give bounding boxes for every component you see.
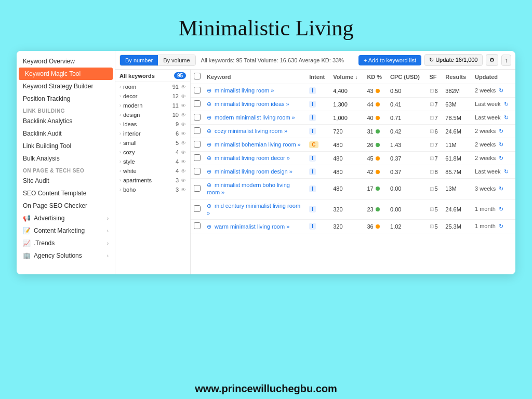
- export-icon-button[interactable]: ↑: [501, 55, 512, 66]
- add-keyword-button[interactable]: + Add to keyword list: [358, 55, 421, 65]
- keyword-cell[interactable]: ⊕ minimalist living room design »: [204, 165, 306, 179]
- sidebar-item-on-page-seo-checker[interactable]: On Page SEO Checker: [17, 200, 115, 212]
- keyword-cell[interactable]: ⊕ mid century minimalist living room »: [204, 199, 306, 220]
- col-results[interactable]: Results: [442, 70, 472, 84]
- kd-dot: [376, 143, 380, 147]
- arrow-icon: ›: [119, 140, 121, 145]
- sf-icon: ⊡: [430, 142, 434, 148]
- update-button[interactable]: ↻ Update 16/1,000: [424, 54, 482, 66]
- plus-icon: ⊕: [207, 168, 211, 175]
- keyword-cell[interactable]: ⊕ cozy minimalist living room »: [204, 125, 306, 138]
- refresh-icon: ↻: [504, 114, 509, 121]
- sidebar-item-bulk-analysis[interactable]: Bulk Analysis: [17, 152, 115, 165]
- volume-cell: 480: [330, 165, 364, 179]
- keyword-filter-design[interactable]: › design 10 👁: [115, 110, 190, 119]
- keyword-filter-ideas[interactable]: › ideas 9 👁: [115, 119, 190, 129]
- by-number-button[interactable]: By number: [120, 55, 158, 65]
- keyword-cell[interactable]: ⊕ minimalist living room »: [204, 84, 306, 98]
- sidebar-item-link-building-tool[interactable]: Link Building Tool: [17, 140, 115, 152]
- row-checkbox[interactable]: [194, 168, 201, 175]
- cpc-cell: 0.41: [387, 98, 426, 111]
- keyword-cell[interactable]: ⊕ modern minimalist living room »: [204, 111, 306, 125]
- keyword-filter-boho[interactable]: › boho 3 👁: [115, 185, 190, 194]
- view-toggle: By number By volume: [119, 55, 196, 66]
- row-checkbox[interactable]: [194, 100, 201, 107]
- arrow-icon: ›: [119, 178, 121, 183]
- keyword-filter-decor[interactable]: › decor 12 👁: [115, 91, 190, 101]
- results-cell: 11M: [442, 138, 472, 152]
- row-checkbox-cell: [191, 125, 204, 138]
- sidebar-item-agency-solutions[interactable]: 🏢 Agency Solutions ›: [17, 249, 115, 262]
- row-checkbox[interactable]: [194, 154, 201, 161]
- cpc-cell: 0.50: [387, 84, 426, 98]
- by-volume-button[interactable]: By volume: [158, 55, 195, 65]
- col-keyword[interactable]: Keyword: [204, 70, 306, 84]
- keyword-cell[interactable]: ⊕ minimalist living room decor »: [204, 152, 306, 165]
- volume-cell: 320: [330, 199, 364, 220]
- sidebar-item-backlink-analytics[interactable]: Backlink Analytics: [17, 115, 115, 127]
- sidebar-item-seo-content-template[interactable]: SEO Content Template: [17, 187, 115, 200]
- kd-cell: 43: [364, 84, 387, 98]
- settings-icon-button[interactable]: ⚙: [486, 54, 498, 66]
- footer: www.princewilluchegbu.com: [195, 375, 337, 399]
- row-checkbox[interactable]: [194, 141, 201, 148]
- row-checkbox[interactable]: [194, 114, 201, 121]
- table-row: ⊕ minimalist living room design » I 480 …: [191, 165, 515, 179]
- results-cell: 63M: [442, 98, 472, 111]
- volume-cell: 320: [330, 220, 364, 233]
- sidebar-item-keyword-strategy-builder[interactable]: Keyword Strategy Builder: [17, 80, 115, 92]
- row-checkbox[interactable]: [194, 127, 201, 134]
- keyword-cell[interactable]: ⊕ minimalist modern boho living room »: [204, 179, 306, 200]
- sidebar-item-site-audit[interactable]: Site Audit: [17, 175, 115, 187]
- sidebar-item-advertising[interactable]: 📢 Advertising ›: [17, 212, 115, 224]
- sidebar-item-position-tracking[interactable]: Position Tracking: [17, 92, 115, 105]
- keyword-filter-small[interactable]: › small 5 👁: [115, 138, 190, 148]
- col-cpc[interactable]: CPC (USD): [387, 70, 426, 84]
- results-cell: 78.5M: [442, 111, 472, 125]
- col-intent[interactable]: Intent: [306, 70, 330, 84]
- volume-cell: 480: [330, 152, 364, 165]
- kd-cell: 42: [364, 165, 387, 179]
- sidebar-item-trends[interactable]: 📈 .Trends ›: [17, 237, 115, 249]
- kd-dot: [376, 187, 380, 191]
- sidebar-item-keyword-overview[interactable]: Keyword Overview: [17, 55, 115, 68]
- select-all-checkbox[interactable]: [194, 73, 201, 79]
- row-checkbox[interactable]: [194, 87, 201, 94]
- keyword-cell[interactable]: ⊕ warm minimalist living room »: [204, 220, 306, 233]
- intent-cell: I: [306, 199, 330, 220]
- page-title: Minimalistic Living: [178, 0, 353, 51]
- keyword-filter-style[interactable]: › style 4 👁: [115, 157, 190, 166]
- row-checkbox[interactable]: [194, 185, 201, 192]
- keyword-filter-white[interactable]: › white 4 👁: [115, 166, 190, 176]
- keyword-filter-cozy[interactable]: › cozy 4 👁: [115, 148, 190, 157]
- refresh-icon: ↻: [499, 223, 503, 229]
- row-checkbox[interactable]: [194, 205, 201, 212]
- eye-icon: 👁: [181, 94, 186, 99]
- sidebar-item-content-marketing[interactable]: 📝 Content Marketing ›: [17, 224, 115, 237]
- row-checkbox-cell: [191, 138, 204, 152]
- eye-icon: 👁: [181, 140, 186, 146]
- keyword-filter-modern[interactable]: › modern 11 👁: [115, 101, 190, 110]
- col-kd[interactable]: KD %: [364, 70, 387, 84]
- volume-cell: 1,000: [330, 111, 364, 125]
- keyword-filter-room[interactable]: › room 91 👁: [115, 82, 190, 91]
- arrow-icon: ›: [119, 131, 121, 136]
- main-area: By number By volume All keywords: 95 Tot…: [115, 51, 515, 274]
- col-updated[interactable]: Updated: [472, 70, 515, 84]
- keyword-cell[interactable]: ⊕ minimalist bohemian living room »: [204, 138, 306, 152]
- arrow-icon: ›: [119, 159, 121, 164]
- sf-icon: ⊡: [430, 115, 434, 121]
- sidebar-item-backlink-audit[interactable]: Backlink Audit: [17, 127, 115, 140]
- refresh-icon: ↻: [499, 206, 503, 212]
- row-checkbox[interactable]: [194, 222, 201, 229]
- keyword-filter-interior[interactable]: › interior 6 👁: [115, 129, 190, 138]
- refresh-icon: ↻: [499, 185, 503, 192]
- col-sf[interactable]: SF: [427, 70, 443, 84]
- col-volume[interactable]: Volume ↓: [330, 70, 364, 84]
- sidebar-item-keyword-magic-tool[interactable]: Keyword Magic Tool: [19, 68, 113, 80]
- updated-cell: 1 month ↻: [472, 220, 515, 233]
- results-cell: 24.6M: [442, 125, 472, 138]
- keyword-table-wrap: Keyword Intent Volume ↓ KD % CPC (USD) S…: [191, 70, 515, 274]
- keyword-filter-apartments[interactable]: › apartments 3 👁: [115, 176, 190, 185]
- keyword-cell[interactable]: ⊕ minimalist living room ideas »: [204, 98, 306, 111]
